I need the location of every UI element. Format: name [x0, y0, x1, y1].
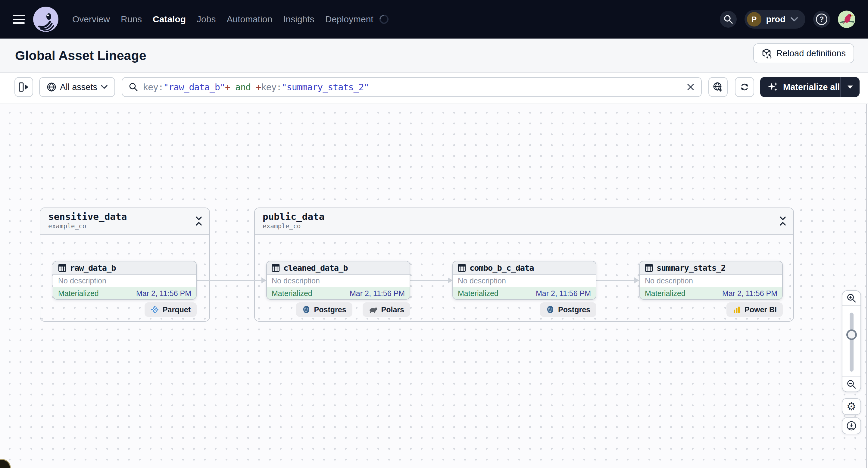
refresh-button[interactable] [735, 77, 754, 97]
badge-label: Power BI [745, 305, 777, 314]
nav-insights[interactable]: Insights [283, 14, 314, 24]
collapse-group-icon[interactable] [779, 216, 787, 226]
zoom-out-button[interactable] [842, 376, 861, 392]
group-title: public_data [262, 211, 786, 222]
nav-deployment[interactable]: Deployment [325, 14, 373, 24]
zoom-in-icon [847, 293, 856, 303]
asset-node-combo-b-c-data[interactable]: combo_b_c_data No description Materializ… [453, 261, 596, 300]
nav-automation[interactable]: Automation [226, 14, 272, 24]
materialize-all-label: Materialize all [783, 82, 840, 92]
refresh-icon [739, 82, 750, 92]
nav-overview[interactable]: Overview [72, 14, 110, 24]
asset-node-header: combo_b_c_data [453, 261, 596, 275]
close-icon [687, 83, 694, 91]
download-image-button[interactable] [842, 417, 861, 434]
postgres-icon [546, 305, 555, 314]
globe-plus-icon [713, 82, 723, 92]
chevron-down-icon [790, 17, 798, 22]
status-badge: Materialized [272, 289, 312, 298]
badge-label: Postgres [558, 305, 590, 314]
zoom-out-icon [847, 379, 856, 389]
table-icon [272, 264, 280, 272]
collapse-group-icon[interactable] [195, 216, 203, 226]
zoom-slider-thumb[interactable] [846, 330, 857, 340]
nav-catalog[interactable]: Catalog [153, 14, 186, 24]
asset-node-raw-data-b[interactable]: raw_data_b No description Materialized M… [53, 261, 197, 300]
lineage-query-input[interactable]: key:"raw_data_b"+ and +key:"summary_stat… [122, 77, 702, 97]
loading-spinner-icon [378, 13, 390, 26]
zoom-slider-track[interactable] [849, 313, 854, 372]
materialization-timestamp[interactable]: Mar 2, 11:56 PM [136, 289, 191, 298]
user-avatar[interactable] [838, 10, 855, 28]
parquet-icon [151, 305, 159, 314]
expand-panel-button[interactable] [14, 77, 33, 97]
asset-description: No description [640, 275, 782, 287]
query-text: key:"raw_data_b"+ and +key:"summary_stat… [143, 82, 369, 92]
deployment-switcher[interactable]: P prod [745, 10, 805, 29]
help-button[interactable]: ? [813, 11, 830, 28]
query-segment: key: [143, 82, 163, 92]
asset-name: cleaned_data_b [283, 263, 348, 273]
deployment-name: prod [766, 14, 785, 24]
minimap-corner [0, 459, 11, 468]
help-icon: ? [816, 13, 827, 25]
nav-runs[interactable]: Runs [121, 14, 142, 24]
asset-status-row: Materialized Mar 2, 11:56 PM [453, 287, 596, 300]
reload-cube-icon [762, 48, 772, 58]
group-repo: example_co [48, 223, 202, 230]
materialize-options-button[interactable] [841, 85, 860, 89]
reload-definitions-button[interactable]: Reload definitions [753, 43, 854, 63]
asset-node-header: cleaned_data_b [267, 261, 410, 275]
kind-badge-parquet[interactable]: Parquet [145, 302, 197, 317]
search-icon [129, 83, 138, 92]
polars-icon [369, 306, 378, 313]
group-header[interactable]: sensitive_data example_co [40, 208, 209, 235]
group-header[interactable]: public_data example_co [255, 208, 793, 235]
graph-settings-button[interactable]: ⚙ [842, 398, 861, 415]
kind-badge-polars[interactable]: Polars [363, 302, 410, 317]
add-scope-button[interactable] [708, 77, 727, 97]
asset-scope-button[interactable]: All assets [39, 77, 115, 97]
dagster-logo[interactable] [33, 7, 58, 32]
search-button[interactable] [720, 11, 737, 28]
asset-name: summary_stats_2 [657, 263, 725, 273]
asset-scope-label: All assets [60, 82, 97, 92]
badge-row: Power BI [640, 302, 783, 317]
materialization-timestamp[interactable]: Mar 2, 11:56 PM [536, 289, 591, 298]
caret-down-icon [847, 85, 854, 89]
menu-icon[interactable] [13, 15, 25, 24]
kind-badge-postgres[interactable]: Postgres [296, 302, 352, 317]
chevron-down-icon [101, 85, 107, 89]
nav-items: Overview Runs Catalog Jobs Automation In… [72, 14, 373, 24]
page-header: Global Asset Lineage Reload definitions [0, 38, 868, 73]
page-title: Global Asset Lineage [15, 48, 146, 63]
gear-icon: ⚙ [847, 401, 856, 412]
materialization-timestamp[interactable]: Mar 2, 11:56 PM [722, 289, 777, 298]
reload-definitions-label: Reload definitions [776, 49, 846, 58]
badge-row: Parquet [53, 302, 197, 317]
postgres-icon [302, 305, 311, 314]
kind-badge-power-bi[interactable]: Power BI [726, 302, 783, 317]
zoom-in-button[interactable] [842, 291, 861, 306]
asset-description: No description [453, 275, 596, 287]
clear-query-button[interactable] [687, 83, 694, 91]
asset-status-row: Materialized Mar 2, 11:56 PM [267, 287, 410, 300]
group-title: sensitive_data [48, 211, 202, 222]
badge-row: Postgres [453, 302, 596, 317]
asset-node-header: summary_stats_2 [640, 261, 782, 275]
asset-node-summary-stats-2[interactable]: summary_stats_2 No description Materiali… [640, 261, 783, 300]
kind-badge-postgres[interactable]: Postgres [540, 302, 596, 317]
materialization-timestamp[interactable]: Mar 2, 11:56 PM [350, 289, 405, 298]
asset-description: No description [267, 275, 410, 287]
search-icon [724, 15, 733, 24]
nav-jobs[interactable]: Jobs [197, 14, 216, 24]
globe-icon [47, 82, 56, 92]
table-icon [645, 264, 653, 272]
asset-node-header: raw_data_b [53, 261, 196, 275]
query-segment: "summary_stats_2" [282, 82, 369, 92]
sparkle-icon [767, 81, 779, 93]
materialize-all-button[interactable]: Materialize all [760, 77, 860, 97]
lineage-canvas[interactable]: sensitive_data example_co public_data ex… [0, 103, 868, 468]
asset-node-cleaned-data-b[interactable]: cleaned_data_b No description Materializ… [266, 261, 410, 300]
query-segment: + [225, 82, 230, 92]
